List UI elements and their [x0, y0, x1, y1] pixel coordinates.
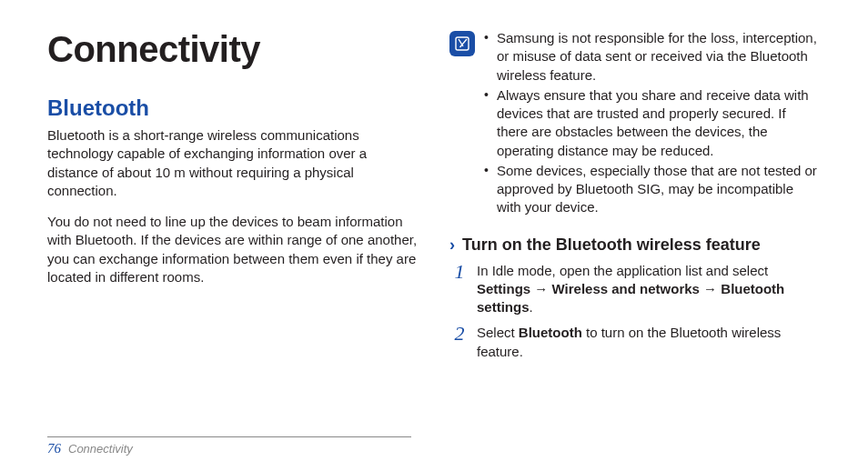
intro-paragraph-2: You do not need to line up the devices t…	[47, 213, 419, 286]
note-item: Samsung is not responsible for the loss,…	[484, 29, 821, 85]
page-title: Connectivity	[47, 29, 419, 70]
footer-section-label: Connectivity	[68, 442, 133, 456]
note-item: Always ensure that you share and receive…	[484, 86, 821, 160]
note-list: Samsung is not responsible for the loss,…	[484, 29, 821, 219]
step-text: Select Bluetooth to turn on the Bluetoot…	[477, 324, 821, 361]
sub-heading: › Turn on the Bluetooth wireless feature	[449, 236, 821, 255]
section-title-bluetooth: Bluetooth	[47, 95, 419, 121]
step-number: 1	[451, 262, 468, 282]
step-text: In Idle mode, open the application list …	[477, 262, 821, 317]
chevron-icon: ›	[449, 236, 455, 253]
left-column: Connectivity Bluetooth Bluetooth is a sh…	[47, 29, 419, 420]
note-box: Samsung is not responsible for the loss,…	[449, 29, 821, 219]
intro-paragraph-1: Bluetooth is a short-range wireless comm…	[47, 126, 419, 200]
step-2: 2 Select Bluetooth to turn on the Blueto…	[449, 324, 821, 361]
page-number: 76	[47, 441, 61, 456]
right-column: Samsung is not responsible for the loss,…	[449, 29, 821, 420]
step-number: 2	[451, 324, 468, 344]
page-footer: 76 Connectivity	[47, 436, 411, 456]
note-item: Some devices, especially those that are …	[484, 162, 821, 217]
note-icon	[449, 31, 475, 56]
sub-heading-text: Turn on the Bluetooth wireless feature	[462, 236, 761, 255]
content-columns: Connectivity Bluetooth Bluetooth is a sh…	[47, 29, 821, 420]
step-1: 1 In Idle mode, open the application lis…	[449, 262, 821, 317]
